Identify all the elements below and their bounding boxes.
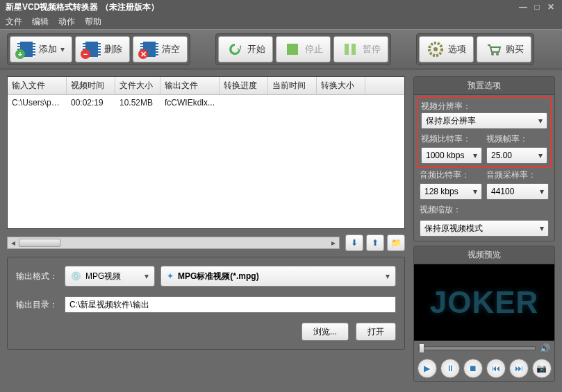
options-button[interactable]: 选项 — [419, 36, 474, 62]
svg-rect-1 — [345, 44, 349, 55]
stop-icon — [283, 40, 301, 58]
format-label: 输出格式： — [16, 271, 59, 282]
camera-icon: 📷 — [536, 364, 547, 373]
minimize-button[interactable]: — — [518, 2, 529, 12]
folder-icon: 📁 — [391, 238, 402, 248]
move-down-button[interactable]: ⬇ — [345, 235, 363, 251]
chevron-down-icon: ▾ — [386, 271, 390, 281]
prev-button[interactable]: ⏮ — [486, 359, 506, 378]
pause-play-button[interactable]: ⏸ — [440, 359, 460, 378]
sparkle-icon: ✦ — [167, 271, 174, 281]
preview-panel: 视频预览 JOKER 🔊 ▶ ⏸ ⏹ ⏮ ⏭ 📷 — [413, 246, 555, 382]
start-button[interactable]: 开始 — [218, 36, 273, 62]
presets-title: 预置选项 — [414, 77, 554, 95]
scroll-left-icon[interactable]: ◂ — [8, 237, 19, 248]
menu-edit[interactable]: 编辑 — [32, 16, 49, 28]
stop-play-button[interactable]: ⏹ — [463, 359, 483, 378]
format-category-select[interactable]: 💿 MPG视频 ▾ — [65, 266, 155, 287]
delete-button[interactable]: − 删除 — [75, 36, 130, 62]
table-row[interactable]: C:\Users\pc\... 00:02:19 10.52MB fcCWIEk… — [8, 95, 404, 110]
svg-point-5 — [491, 53, 494, 56]
open-button[interactable]: 打开 — [356, 323, 396, 341]
next-icon: ⏭ — [515, 364, 523, 373]
chevron-down-icon: ▾ — [144, 271, 149, 281]
svg-point-4 — [433, 47, 438, 51]
snapshot-button[interactable]: 📷 — [532, 359, 552, 378]
play-icon: ▶ — [424, 364, 430, 373]
browse-button[interactable]: 浏览... — [301, 323, 349, 341]
highlighted-settings: 视频分辨率： 保持原分辨率▾ 视频比特率： 1000 kbps▾ 视频帧率： 2… — [417, 96, 552, 168]
volume-icon[interactable]: 🔊 — [540, 343, 550, 353]
menubar: 文件 编辑 动作 帮助 — [0, 14, 562, 29]
refresh-icon — [226, 40, 244, 58]
output-panel: 输出格式： 💿 MPG视频 ▾ ✦ MPG标准视频(*.mpg) ▾ 输出目录：… — [7, 257, 405, 350]
video-preview: JOKER — [414, 264, 554, 341]
preview-title: 视频预览 — [414, 246, 554, 264]
svg-rect-2 — [352, 44, 356, 55]
toolbar: + 添加▾ − 删除 ✕ 清空 开始 停止 暂停 选项 — [0, 29, 562, 69]
scale-select[interactable]: 保持原视频模式▾ — [420, 220, 549, 237]
scroll-right-icon[interactable]: ▸ — [328, 237, 339, 248]
clear-button[interactable]: ✕ 清空 — [133, 36, 188, 62]
move-up-button[interactable]: ⬆ — [366, 235, 384, 251]
audio-sample-select[interactable]: 44100▾ — [486, 183, 549, 200]
buy-button[interactable]: 购买 — [477, 36, 531, 62]
disc-icon: 💿 — [71, 271, 81, 281]
maximize-button[interactable]: □ — [531, 2, 543, 12]
menu-help[interactable]: 帮助 — [85, 16, 101, 28]
file-table[interactable]: 输入文件 视频时间 文件大小 输出文件 转换进度 当前时间 转换大小 C:\Us… — [7, 76, 405, 229]
pause-icon: ⏸ — [446, 364, 454, 373]
pause-button[interactable]: 暂停 — [333, 36, 388, 62]
next-button[interactable]: ⏭ — [509, 359, 529, 378]
audio-bitrate-select[interactable]: 128 kbps▾ — [420, 183, 482, 200]
pause-icon — [341, 40, 359, 58]
presets-panel: 预置选项 视频分辨率： 保持原分辨率▾ 视频比特率： 1000 kbps▾ 视频… — [413, 76, 555, 241]
svg-rect-0 — [287, 44, 298, 55]
arrow-up-icon: ⬆ — [372, 238, 379, 248]
gear-icon — [427, 40, 445, 58]
menu-file[interactable]: 文件 — [6, 16, 22, 28]
app-title: 新星VCD视频格式转换器 （未注册版本） — [6, 1, 159, 13]
play-button[interactable]: ▶ — [418, 359, 437, 378]
menu-action[interactable]: 动作 — [58, 16, 75, 28]
arrow-down-icon: ⬇ — [351, 238, 358, 248]
playback-controls: ▶ ⏸ ⏹ ⏮ ⏭ 📷 — [414, 356, 554, 381]
seek-slider[interactable] — [418, 346, 536, 350]
svg-point-6 — [496, 53, 499, 56]
dir-label: 输出目录： — [16, 299, 59, 311]
resolution-select[interactable]: 保持原分辨率▾ — [421, 112, 547, 129]
folder-button[interactable]: 📁 — [387, 235, 405, 251]
format-profile-select[interactable]: ✦ MPG标准视频(*.mpg) ▾ — [160, 266, 396, 287]
output-dir-input[interactable] — [65, 296, 396, 313]
add-button[interactable]: + 添加▾ — [10, 36, 72, 62]
cart-icon — [484, 40, 502, 58]
stop-icon: ⏹ — [469, 364, 477, 373]
prev-icon: ⏮ — [492, 364, 500, 373]
video-fps-select[interactable]: 25.00▾ — [486, 147, 547, 164]
stop-button[interactable]: 停止 — [276, 36, 331, 62]
titlebar: 新星VCD视频格式转换器 （未注册版本） — □ ✕ — [0, 0, 562, 14]
video-bitrate-select[interactable]: 1000 kbps▾ — [421, 147, 482, 164]
close-button[interactable]: ✕ — [545, 2, 556, 12]
table-header: 输入文件 视频时间 文件大小 输出文件 转换进度 当前时间 转换大小 — [8, 77, 404, 95]
horizontal-scrollbar[interactable]: ◂ ▸ — [7, 237, 340, 249]
